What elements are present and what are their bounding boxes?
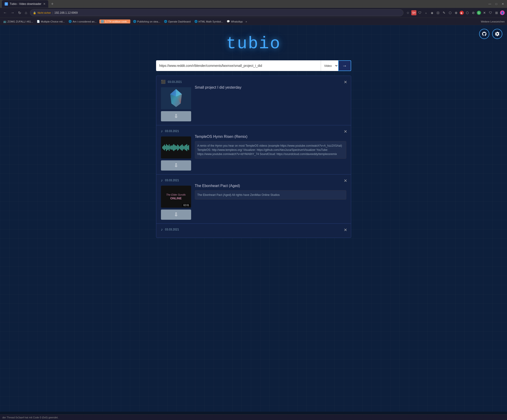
result-description: The Ebonheart Pact (Aged) All rights hav…: [195, 190, 346, 200]
ext12-icon[interactable]: 🛡: [488, 10, 493, 15]
address-box[interactable]: 🔒 Nicht sicher | 192.168.1.12:6969: [30, 9, 403, 16]
app-content: tubio Video Audio → ⬛ 03.03.2021 ✕: [0, 25, 507, 412]
more-bookmarks[interactable]: »: [246, 20, 247, 23]
bookmark-item[interactable]: 💬 WhatsApp: [226, 20, 244, 23]
bookmark-item[interactable]: 🌐 HTML Math Symbol...: [193, 20, 224, 23]
result-title: The Ebonheart Pact (Aged): [195, 184, 346, 188]
back-button[interactable]: ←: [2, 10, 8, 16]
status-bar: der Thread 0x3aa4 hat mit Code 0 (0x0) g…: [0, 414, 507, 420]
ext11-icon[interactable]: ✕: [482, 10, 487, 15]
download-icon: ⇩: [174, 212, 178, 218]
ext3-icon[interactable]: ⊡: [436, 10, 441, 15]
bookmark-icon: 🌐: [101, 20, 104, 23]
browser-chrome: T Tubio - Video downloader ✕ + — □ ✕ ← →…: [0, 0, 507, 25]
ext8-icon[interactable]: ⬡: [465, 10, 470, 15]
app-logo: tubio: [5, 34, 502, 53]
active-tab[interactable]: T Tubio - Video downloader ✕: [2, 0, 48, 8]
type-select[interactable]: Video Audio: [321, 60, 338, 71]
star-icon[interactable]: ☆: [405, 10, 410, 15]
result-header: ♪ 03.03.2021 ✕: [161, 178, 346, 182]
result-item: ♪ 03.03.2021 ✕: [156, 125, 351, 174]
bookmark-icon: 🌐: [164, 20, 167, 23]
bookmark-item[interactable]: 🌐 Operate Dashboard: [163, 20, 192, 23]
bookmark-icon: 💬: [227, 20, 230, 23]
bookmark-item[interactable]: 📄 Multiple-Choice mit...: [36, 20, 66, 23]
result-info: TempleOS Hymn Risen (Remix) A remix of t…: [195, 135, 346, 159]
forward-button[interactable]: →: [10, 10, 15, 16]
tab-favicon: T: [5, 2, 8, 6]
bookmark-icon: 🌐: [69, 20, 72, 23]
bookmark-item[interactable]: 📺 ZOMG ZUFALL! #61...: [2, 20, 34, 23]
result-title: TempleOS Hymn Risen (Remix): [195, 135, 346, 139]
top-right-icons: [479, 29, 502, 39]
minimize-button[interactable]: —: [487, 2, 492, 6]
maximize-button[interactable]: □: [494, 2, 499, 6]
download-icon: ⇩: [174, 113, 178, 119]
bookmark-label: Multiple-Choice mit...: [41, 20, 65, 23]
result-title: Small project I did yesterday: [195, 85, 346, 90]
bookmark-item[interactable]: 🌐 3.774 octillion cook...: [99, 20, 130, 23]
result-item: ♪ 03.03.2021 ✕: [156, 224, 351, 238]
bookmark-label: Am i considered an...: [73, 20, 97, 23]
result-date: 03.03.2021: [165, 130, 179, 133]
result-info: Small project I did yesterday: [195, 85, 346, 92]
download-button[interactable]: ⇩: [161, 111, 191, 121]
further-reading[interactable]: Weitere Lesezeichen: [481, 20, 505, 23]
result-thumbnail: [161, 87, 191, 109]
bookmark-item[interactable]: 🌐 Publishing on stea...: [132, 20, 161, 23]
result-item: ♪ 03.03.2021 ✕ The Elder Scrolls ONLINE …: [156, 174, 351, 224]
result-body: ⇩ TempleOS Hymn Risen (Remix) A remix of…: [161, 135, 346, 171]
result-item: ⬛ 03.03.2021 ✕: [156, 76, 351, 125]
download-button[interactable]: ⇩: [161, 160, 191, 171]
logo-container: tubio: [5, 34, 502, 53]
ext6-icon[interactable]: ⊕: [454, 10, 459, 15]
status-text: der Thread 0x3aa4 hat mit Code 0 (0x0) g…: [2, 416, 58, 419]
close-button[interactable]: ✕: [500, 2, 505, 6]
video-duration: 02:01: [182, 204, 190, 207]
ext10-icon[interactable]: G: [477, 11, 481, 15]
home-button[interactable]: ⌂: [24, 10, 28, 16]
bookmark-label: Operate Dashboard: [168, 20, 191, 23]
bookmarks-bar: 📺 ZOMG ZUFALL! #61... 📄 Multiple-Choice …: [0, 18, 507, 25]
ext2-icon[interactable]: ◈: [430, 10, 435, 15]
new-tab-button[interactable]: +: [50, 2, 55, 7]
bookmark-label: 3.774 octillion cook...: [105, 20, 129, 23]
bookmark-icon: 📺: [3, 20, 7, 23]
go-button[interactable]: →: [338, 60, 351, 71]
result-description: A remix of the Hymn you hear on most Tem…: [195, 141, 346, 159]
result-close-button[interactable]: ✕: [344, 129, 347, 134]
bookmark-label: WhatsApp: [231, 20, 243, 23]
bookmark-label: HTML Math Symbol...: [198, 20, 223, 23]
ext5-icon[interactable]: ⬡: [448, 10, 453, 15]
bookmark-icon: 🌐: [194, 20, 198, 23]
ext9-icon[interactable]: ⊘: [471, 10, 476, 15]
result-body: The Elder Scrolls ONLINE 02:01 ⇩ The Ebo…: [161, 184, 346, 220]
tab-close-button[interactable]: ✕: [43, 2, 46, 6]
ext13-icon[interactable]: ⊞: [494, 10, 499, 15]
result-thumbnail: [161, 137, 191, 158]
sh-icon[interactable]: SH: [411, 10, 416, 15]
github-icon[interactable]: [479, 29, 489, 39]
result-close-button[interactable]: ✕: [344, 178, 347, 183]
ext1-icon[interactable]: ⬦: [423, 10, 429, 15]
result-close-button[interactable]: ✕: [344, 80, 347, 85]
window-controls: — □ ✕: [487, 2, 505, 6]
ext7-icon[interactable]: ▶: [460, 11, 464, 15]
reload-button[interactable]: ↻: [17, 10, 22, 16]
shield-icon[interactable]: 🛡: [417, 10, 422, 15]
url-input[interactable]: [156, 60, 321, 71]
result-close-button[interactable]: ✕: [344, 227, 347, 233]
result-date: 03.03.2021: [165, 228, 179, 231]
ext4-icon[interactable]: ✎: [442, 10, 447, 15]
tab-title: Tubio - Video downloader: [10, 2, 41, 6]
result-header: ⬛ 03.03.2021 ✕: [161, 80, 346, 84]
user-avatar[interactable]: 👤: [500, 10, 505, 15]
results-container: ⬛ 03.03.2021 ✕: [156, 76, 351, 238]
download-button[interactable]: ⇩: [161, 210, 191, 220]
settings-icon[interactable]: [492, 29, 502, 39]
bookmark-item[interactable]: 🌐 Am i considered an...: [68, 20, 98, 23]
title-bar: T Tubio - Video downloader ✕ + — □ ✕: [0, 0, 507, 8]
bookmark-label: ZOMG ZUFALL! #61...: [7, 20, 33, 23]
go-arrow-icon: →: [342, 63, 347, 69]
result-thumbnail: The Elder Scrolls ONLINE 02:01: [161, 186, 191, 208]
